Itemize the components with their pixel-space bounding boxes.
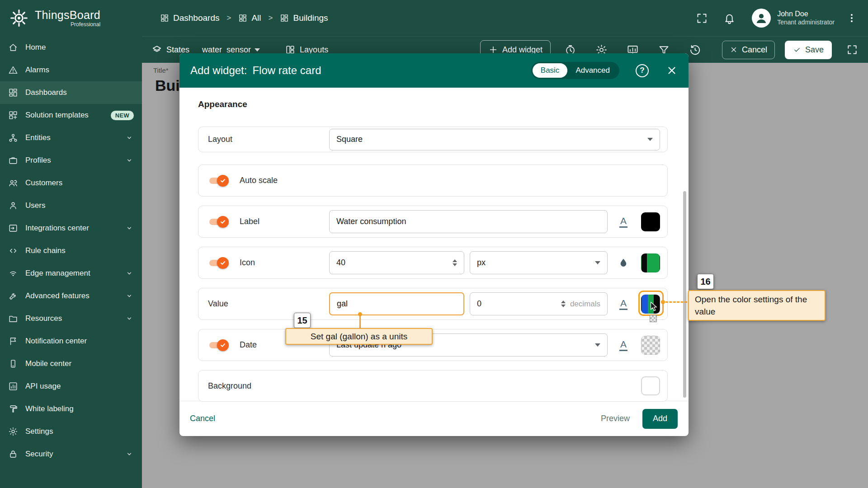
tab-basic[interactable]: Basic xyxy=(533,63,568,78)
warning-icon xyxy=(8,65,18,75)
sidebar-item-security[interactable]: Security xyxy=(0,443,142,465)
icon-color-swatch[interactable] xyxy=(641,253,660,272)
sidebar-item-label: Customers xyxy=(25,178,62,188)
sidebar-item-solution-templates[interactable]: Solution templates NEW xyxy=(0,104,142,127)
sidebar-item-alarms[interactable]: Alarms xyxy=(0,59,142,81)
chevron-down-icon xyxy=(595,343,600,347)
dialog-add-button[interactable]: Add xyxy=(642,409,678,429)
user-info[interactable]: John Doe Tenant administrator xyxy=(777,9,835,27)
sidebar-item-dashboards[interactable]: Dashboards xyxy=(0,81,142,104)
format-text-icon: A xyxy=(619,298,627,310)
brand-name: ThingsBoard xyxy=(35,9,100,21)
value-units-input[interactable] xyxy=(329,292,464,315)
sidebar-item-label: Home xyxy=(25,43,46,52)
wrench-icon xyxy=(8,291,18,301)
add-widget-dialog: Add widget:Flow rate card Basic Advanced… xyxy=(179,53,689,436)
check-icon xyxy=(220,342,226,348)
dialog-preview-button[interactable]: Preview xyxy=(601,414,630,423)
sidebar-item-label: Profiles xyxy=(25,156,51,165)
sidebar-item-resources[interactable]: Resources xyxy=(0,307,142,330)
sidebar-item-white-labeling[interactable]: White labeling xyxy=(0,398,142,420)
dialog-title-prefix: Add widget: xyxy=(190,64,247,76)
sidebar-item-label: Rule chains xyxy=(25,246,66,255)
icon-size-input[interactable]: 40 xyxy=(329,251,464,274)
sidebar-item-label: Edge management xyxy=(25,269,90,278)
sidebar-item-label: Users xyxy=(25,201,45,210)
tab-advanced[interactable]: Advanced xyxy=(567,63,618,78)
breadcrumb-item-buildings[interactable]: Buildings xyxy=(280,13,328,23)
more-vertical-icon[interactable] xyxy=(846,13,857,23)
user-avatar[interactable] xyxy=(752,9,771,28)
appearance-section-title: Appearance xyxy=(198,99,668,110)
user-role: Tenant administrator xyxy=(777,19,835,27)
layout-select[interactable]: Square xyxy=(329,129,660,150)
brand-subtitle: Professional xyxy=(35,21,100,28)
sidebar-item-notification-center[interactable]: Notification center xyxy=(0,330,142,352)
toolbar-save-button[interactable]: Save xyxy=(785,41,832,59)
background-color-swatch[interactable] xyxy=(641,376,660,395)
sidebar-item-customers[interactable]: Customers xyxy=(0,172,142,194)
date-format-select[interactable]: Last update n ago xyxy=(329,333,608,357)
breadcrumb-item-dashboards[interactable]: Dashboards xyxy=(160,13,219,23)
number-stepper[interactable] xyxy=(453,259,457,266)
date-color-swatch[interactable] xyxy=(641,336,660,355)
notifications-bell-icon[interactable] xyxy=(723,12,736,24)
value-color-swatch[interactable] xyxy=(641,295,660,314)
number-stepper[interactable] xyxy=(561,300,566,307)
chevron-down-icon xyxy=(125,314,134,323)
value-decimals-input[interactable]: 0 decimals xyxy=(470,292,608,315)
dialog-cancel-button[interactable]: Cancel xyxy=(190,414,215,423)
sidebar-item-home[interactable]: Home xyxy=(0,36,142,59)
value-font-settings-button[interactable]: A xyxy=(614,295,633,314)
sidebar-item-users[interactable]: Users xyxy=(0,194,142,217)
icon-toggle[interactable] xyxy=(208,257,229,269)
sidebar-item-label: Dashboards xyxy=(25,88,67,97)
close-icon[interactable] xyxy=(666,65,678,76)
check-icon xyxy=(220,178,226,184)
brand[interactable]: ThingsBoard Professional xyxy=(0,8,142,28)
layout-label: Layout xyxy=(208,135,329,144)
date-row: Date Last update n ago A xyxy=(198,329,668,361)
sidebar-item-advanced-features[interactable]: Advanced features xyxy=(0,285,142,307)
chevron-down-icon xyxy=(125,224,134,233)
label-color-swatch[interactable] xyxy=(641,212,660,231)
breadcrumb-item-all[interactable]: All xyxy=(238,13,261,23)
person-icon xyxy=(754,10,769,26)
integrations-icon xyxy=(8,223,18,233)
icon-picker-button[interactable] xyxy=(614,253,633,272)
fullscreen-icon[interactable] xyxy=(696,12,708,24)
sidebar-item-edge-management[interactable]: Edge management xyxy=(0,262,142,285)
sidebar-item-mobile-center[interactable]: Mobile center xyxy=(0,352,142,375)
sidebar-item-settings[interactable]: Settings xyxy=(0,420,142,443)
label-toggle[interactable] xyxy=(208,216,229,228)
sidebar-item-entities[interactable]: Entities xyxy=(0,127,142,149)
breadcrumb-label: Buildings xyxy=(293,13,328,23)
decimals-placeholder: decimals xyxy=(570,300,600,309)
screen: ThingsBoard Professional Dashboards > Al… xyxy=(0,0,868,488)
dialog-header: Add widget:Flow rate card Basic Advanced… xyxy=(179,53,689,88)
dialog-footer: Cancel Preview Add xyxy=(179,401,689,436)
auto-scale-toggle[interactable] xyxy=(208,175,229,187)
label-font-settings-button[interactable]: A xyxy=(614,212,633,231)
check-icon xyxy=(793,46,801,54)
dialog-scrollbar[interactable] xyxy=(683,191,686,398)
basic-advanced-toggle: Basic Advanced xyxy=(531,62,619,79)
header-actions: John Doe Tenant administrator xyxy=(696,9,868,28)
sidebar-item-api-usage[interactable]: API usage xyxy=(0,375,142,398)
toolbar-cancel-button[interactable]: Cancel xyxy=(722,41,775,59)
top-header: ThingsBoard Professional Dashboards > Al… xyxy=(0,0,868,36)
date-label: Date xyxy=(240,340,329,350)
help-button[interactable]: ? xyxy=(636,64,649,77)
history-icon[interactable] xyxy=(689,44,701,56)
icon-row: Icon 40 px xyxy=(198,247,668,279)
people-icon xyxy=(8,178,18,188)
date-toggle[interactable] xyxy=(208,339,229,351)
fullscreen-icon[interactable] xyxy=(846,44,858,56)
icon-size-unit-select[interactable]: px xyxy=(470,251,608,274)
sidebar-item-profiles[interactable]: Profiles xyxy=(0,149,142,172)
date-font-settings-button[interactable]: A xyxy=(614,336,633,355)
sidebar-item-integrations-center[interactable]: Integrations center xyxy=(0,217,142,239)
sidebar-item-rule-chains[interactable]: Rule chains xyxy=(0,239,142,262)
label-text-input[interactable] xyxy=(329,210,608,233)
dashboard-icon xyxy=(238,14,247,23)
